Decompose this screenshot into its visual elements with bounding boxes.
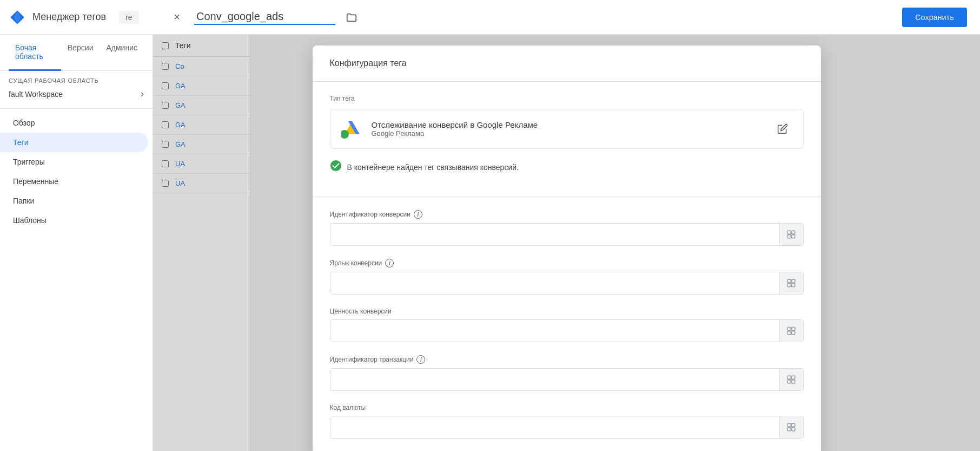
- field-label-conversion-label: Ярлык конверсии i: [330, 259, 804, 267]
- folder-icon: [346, 11, 357, 23]
- svg-rect-6: [787, 231, 791, 234]
- variable-picker-conversion-label[interactable]: [779, 272, 803, 294]
- field-label-transaction-id: Идентификатор транзакции i: [330, 355, 804, 364]
- field-input-row-currency-code: [330, 416, 804, 439]
- container-label: re: [119, 11, 138, 24]
- help-icon-conversion-id[interactable]: i: [414, 210, 422, 219]
- variable-picker-currency-code[interactable]: [779, 416, 803, 438]
- conversion-value-input[interactable]: [330, 320, 779, 342]
- form-field-transaction-id: Идентификатор транзакции i: [330, 355, 804, 391]
- svg-rect-11: [792, 279, 795, 283]
- field-input-row-transaction-id: [330, 368, 804, 391]
- nav-item-triggers[interactable]: Триггеры: [0, 152, 148, 172]
- svg-rect-25: [792, 428, 795, 431]
- tag-type-card[interactable]: Отслеживание конверсий в Google Рекламе …: [330, 109, 804, 149]
- workspace-section-label: СУЩАЯ РАБОЧАЯ ОБЛАСТЬ: [9, 77, 144, 84]
- svg-rect-12: [787, 284, 791, 287]
- form-field-conversion-value: Ценность конверсии: [330, 308, 804, 342]
- tag-editor-header: × Сохранить: [153, 0, 980, 35]
- workspace-section: СУЩАЯ РАБОЧАЯ ОБЛАСТЬ fault Workspace ›: [0, 71, 153, 109]
- field-label-conversion-value: Ценность конверсии: [330, 308, 804, 315]
- variable-picker-conversion-id[interactable]: [779, 224, 803, 245]
- svg-rect-23: [792, 423, 795, 427]
- pencil-icon: [777, 123, 788, 134]
- svg-rect-22: [787, 423, 791, 427]
- sidebar: Бочая область Версии Админис СУЩАЯ РАБОЧ…: [0, 35, 153, 451]
- currency-code-input[interactable]: [330, 416, 779, 438]
- nav-item-folders[interactable]: Папки: [0, 191, 148, 211]
- variable-picker-transaction-id[interactable]: [779, 369, 803, 390]
- nav-item-overview[interactable]: Обзор: [0, 113, 148, 133]
- help-icon-conversion-label[interactable]: i: [385, 259, 394, 267]
- svg-rect-18: [787, 376, 791, 379]
- svg-rect-8: [787, 235, 791, 238]
- tag-config-modal: Конфигурация тега Тип тега Отслеживание: [313, 45, 821, 451]
- workspace-name-btn[interactable]: fault Workspace ›: [9, 86, 144, 102]
- tag-type-left: Отслеживание конверсий в Google Рекламе …: [341, 118, 538, 140]
- svg-rect-15: [792, 327, 795, 330]
- svg-rect-16: [787, 331, 791, 335]
- content-area: Теги Co GA GA GA GA: [153, 35, 980, 451]
- checkmark-circle-icon: [330, 160, 342, 172]
- variable-picker-conversion-value[interactable]: [779, 320, 803, 342]
- google-ads-icon: [341, 118, 363, 140]
- svg-rect-19: [792, 376, 795, 379]
- gtm-logo: [9, 9, 26, 26]
- svg-rect-14: [787, 327, 791, 330]
- form-field-conversion-id: Идентификатор конверсии i: [330, 210, 804, 246]
- field-input-row-conversion-id: [330, 223, 804, 246]
- svg-marker-1: [14, 10, 21, 24]
- tag-type-sub: Google Реклама: [372, 129, 538, 138]
- tag-type-section: Тип тега Отслеживание конверсий в Google…: [313, 82, 821, 197]
- nav-item-variables[interactable]: Переменные: [0, 172, 148, 191]
- subnav-versions[interactable]: Версии: [61, 35, 100, 71]
- workspace-name-text: fault Workspace: [9, 90, 63, 99]
- field-input-row-conversion-value: [330, 319, 804, 342]
- variable-icon: [786, 230, 796, 239]
- svg-rect-20: [787, 380, 791, 383]
- nav-item-tags[interactable]: Теги: [0, 133, 148, 152]
- field-label-currency-code: Код валюты: [330, 404, 804, 411]
- chevron-right-icon: ›: [141, 88, 144, 100]
- svg-rect-21: [792, 380, 795, 383]
- success-check-icon: [330, 160, 342, 175]
- conversion-label-input[interactable]: [330, 272, 779, 294]
- svg-point-5: [330, 160, 341, 171]
- modal-overlay: Конфигурация тега Тип тега Отслеживание: [153, 35, 980, 451]
- sub-nav: Бочая область Версии Админис: [0, 35, 153, 71]
- variable-icon: [786, 278, 796, 288]
- help-icon-transaction-id[interactable]: i: [416, 355, 425, 364]
- tag-type-info: Отслеживание конверсий в Google Рекламе …: [372, 120, 538, 138]
- modal-section-title: Конфигурация тега: [330, 58, 804, 68]
- tag-type-label: Тип тега: [330, 95, 804, 102]
- folder-button[interactable]: [342, 8, 361, 27]
- close-button[interactable]: ×: [166, 6, 188, 28]
- form-field-conversion-label: Ярлык конверсии i: [330, 259, 804, 295]
- edit-tag-type-button[interactable]: [773, 119, 792, 139]
- conversion-id-input[interactable]: [330, 224, 779, 245]
- subnav-workspace[interactable]: Бочая область: [9, 35, 61, 71]
- field-input-row-conversion-label: [330, 272, 804, 295]
- form-field-currency-code: Код валюты: [330, 404, 804, 439]
- svg-rect-9: [792, 235, 795, 238]
- variable-icon: [786, 326, 796, 336]
- transaction-id-input[interactable]: [330, 369, 779, 390]
- subnav-admin[interactable]: Админис: [100, 35, 144, 71]
- svg-rect-7: [792, 231, 795, 234]
- nav-item-templates[interactable]: Шаблоны: [0, 211, 148, 230]
- field-label-conversion-id: Идентификатор конверсии i: [330, 210, 804, 219]
- svg-rect-17: [792, 331, 795, 335]
- tag-name-input[interactable]: [194, 9, 335, 25]
- svg-rect-10: [787, 279, 791, 283]
- form-section: Идентификатор конверсии i: [313, 197, 821, 451]
- success-notice: В контейнере найден тег связывания конве…: [330, 158, 804, 184]
- tag-type-name: Отслеживание конверсий в Google Рекламе: [372, 120, 538, 129]
- success-text: В контейнере найден тег связывания конве…: [347, 163, 519, 172]
- svg-rect-24: [787, 428, 791, 431]
- variable-icon: [786, 422, 796, 432]
- nav-list: Обзор Теги Триггеры Переменные Папки Шаб…: [0, 109, 153, 234]
- save-button[interactable]: Сохранить: [902, 8, 967, 27]
- tag-config-section: Конфигурация тега: [313, 45, 821, 82]
- app-title: Менеджер тегов: [32, 11, 106, 23]
- svg-rect-13: [792, 284, 795, 287]
